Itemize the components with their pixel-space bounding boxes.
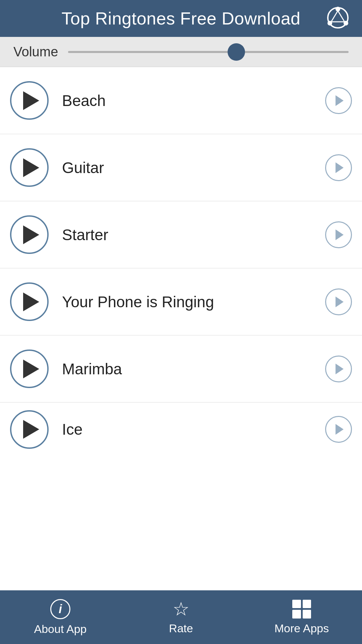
info-icon: i	[50, 599, 70, 619]
detail-button-ice[interactable]	[325, 416, 352, 443]
chevron-right-icon	[336, 424, 344, 435]
song-item[interactable]: Starter	[0, 201, 362, 268]
detail-button-guitar[interactable]	[325, 154, 352, 181]
nav-rate[interactable]: ☆ Rate	[121, 590, 241, 644]
play-icon	[23, 360, 39, 378]
chevron-right-icon	[336, 229, 344, 240]
svg-point-1	[336, 7, 340, 11]
star-icon: ☆	[173, 600, 189, 619]
bottom-nav: i About App ☆ Rate More Apps	[0, 590, 362, 644]
song-item[interactable]: Marimba	[0, 335, 362, 402]
song-name-marimba: Marimba	[62, 360, 325, 378]
play-icon	[23, 158, 39, 177]
detail-button-marimba[interactable]	[325, 356, 352, 382]
nav-about[interactable]: i About App	[0, 590, 121, 644]
play-icon	[23, 292, 39, 311]
volume-slider[interactable]	[68, 51, 349, 53]
chevron-right-icon	[336, 95, 344, 106]
song-list: Beach Guitar Starter Your Phone is Ringi…	[0, 67, 362, 590]
play-icon	[23, 420, 39, 439]
play-button-ringing[interactable]	[10, 282, 49, 321]
play-button-guitar[interactable]	[10, 148, 49, 187]
detail-button-ringing[interactable]	[325, 288, 352, 315]
play-icon	[23, 91, 39, 110]
chevron-right-icon	[336, 297, 344, 307]
volume-bar: Volume	[0, 37, 362, 67]
chevron-right-icon	[336, 162, 344, 173]
volume-thumb[interactable]	[228, 43, 245, 61]
song-item[interactable]: Ice	[0, 402, 362, 456]
play-button-starter[interactable]	[10, 215, 49, 254]
chevron-right-icon	[336, 364, 344, 374]
volume-track	[68, 51, 349, 53]
volume-label: Volume	[13, 44, 58, 59]
grid-icon	[292, 600, 311, 619]
song-name-starter: Starter	[62, 226, 325, 244]
song-item[interactable]: Guitar	[0, 134, 362, 201]
nav-more-apps[interactable]: More Apps	[241, 590, 362, 644]
play-button-beach[interactable]	[10, 81, 49, 120]
song-name-guitar: Guitar	[62, 159, 325, 177]
play-icon	[23, 225, 39, 244]
detail-button-beach[interactable]	[325, 87, 352, 114]
nav-rate-label: Rate	[169, 622, 193, 635]
svg-line-5	[331, 11, 338, 22]
song-name-beach: Beach	[62, 92, 325, 110]
nav-about-label: About App	[34, 623, 87, 636]
nav-more-label: More Apps	[275, 622, 329, 635]
song-name-ice: Ice	[62, 420, 325, 438]
play-button-ice[interactable]	[10, 410, 49, 449]
sync-icon[interactable]	[326, 6, 350, 31]
detail-button-starter[interactable]	[325, 221, 352, 248]
svg-line-4	[338, 11, 345, 22]
app-title: Top Ringtones Free Download	[61, 8, 300, 29]
song-name-ringing: Your Phone is Ringing	[62, 293, 325, 311]
song-item[interactable]: Your Phone is Ringing	[0, 268, 362, 335]
song-item[interactable]: Beach	[0, 67, 362, 134]
app-header: Top Ringtones Free Download	[0, 0, 362, 37]
play-button-marimba[interactable]	[10, 350, 49, 388]
